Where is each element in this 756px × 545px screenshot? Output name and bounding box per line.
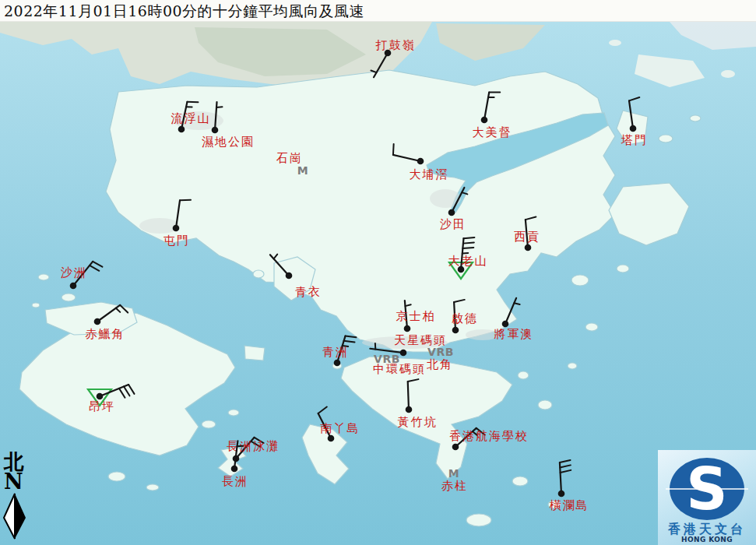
station-dot (286, 272, 293, 280)
station-dot (178, 126, 185, 133)
compass-north-letter: N (4, 472, 33, 492)
station-label: 橫瀾島 (550, 498, 589, 512)
station-label: 南丫島 (321, 421, 360, 435)
wind-barb-full (462, 248, 473, 248)
station-dot (630, 125, 637, 132)
map-title: 2022年11月01日16時00分的十分鐘平均風向及風速 (0, 0, 756, 22)
station-label: 濕地公園 (202, 135, 255, 149)
hko-logo-symbol: S (686, 455, 727, 522)
north-arrow-icon (2, 492, 30, 540)
wind-barb-full (393, 144, 394, 155)
hko-logo-icon: S (658, 450, 756, 522)
station-label: 石崗 (276, 151, 303, 165)
station-label: 大老山 (448, 254, 488, 268)
station-label: 赤鱲角 (86, 327, 125, 341)
station-dot (502, 321, 509, 328)
missing-data-mark: M (448, 467, 459, 480)
wind-barb-full (463, 242, 474, 243)
wind-barb-full (463, 237, 474, 238)
hko-name-chinese: 香港天文台 (658, 523, 756, 536)
station-label: 屯門 (164, 234, 190, 248)
north-compass: 北 N (2, 452, 33, 543)
station-dot (404, 325, 411, 332)
station-dot (70, 283, 77, 290)
station-label: 香港航海學校 (449, 429, 529, 443)
station-dot (231, 466, 238, 473)
station-dot (452, 327, 459, 334)
station-dot (406, 406, 413, 413)
variable-wind-mark: VRB (427, 346, 454, 358)
station-dot (452, 444, 459, 451)
station-north-point: VRB北角 (427, 346, 454, 371)
station-label: 京士柏 (396, 309, 436, 323)
station-label: 青衣 (295, 285, 322, 299)
station-label: 沙洲 (61, 265, 87, 280)
station-dot (212, 127, 219, 134)
station-dot (94, 318, 101, 325)
station-label: 赤柱 (441, 479, 468, 493)
station-label: 大美督 (473, 125, 512, 139)
station-label: 長洲 (222, 474, 248, 488)
station-dot (558, 490, 565, 498)
station-label: 長洲泳灘 (227, 439, 280, 453)
station-label: 沙田 (440, 217, 466, 231)
station-dot (481, 117, 488, 124)
station-dot (97, 393, 104, 400)
station-dot (448, 209, 455, 216)
station-label: 北角 (427, 357, 453, 371)
wind-map-page: 流浮山濕地公園打鼓嶺M石崗大埔滘大美督塔門沙田西貢大老山屯門沙洲赤鱲角青衣京士柏… (0, 0, 756, 545)
station-dot (334, 360, 341, 367)
station-label: 中環碼頭 (373, 362, 426, 376)
station-label: 青洲 (322, 345, 349, 359)
station-label: 昂坪 (89, 399, 115, 413)
wind-barb-staff (408, 382, 409, 410)
station-label: 黃竹坑 (398, 415, 438, 429)
station-dot (328, 435, 335, 442)
station-label: 流浮山 (171, 111, 211, 125)
station-dot (525, 244, 532, 251)
wind-barb-half (216, 107, 222, 107)
station-dot (400, 350, 407, 357)
station-label: 啟德 (452, 311, 478, 325)
missing-data-mark: M (297, 164, 308, 177)
station-label: 西貢 (514, 230, 540, 244)
station-label: 大埔滘 (410, 167, 449, 181)
hko-name-english: HONG KONG OBSERVATORY (658, 536, 756, 545)
hong-kong-map: 流浮山濕地公園打鼓嶺M石崗大埔滘大美督塔門沙田西貢大老山屯門沙洲赤鱲角青衣京士柏… (0, 0, 756, 545)
station-dot (173, 225, 180, 232)
station-label: 塔門 (621, 133, 648, 147)
station-dot (417, 158, 424, 165)
hko-logo: S 香港天文台 HONG KONG OBSERVATORY (658, 450, 756, 545)
station-label: 將軍澳 (494, 327, 534, 341)
peng-chau-island (244, 346, 265, 360)
station-label: 打鼓嶺 (375, 38, 416, 52)
